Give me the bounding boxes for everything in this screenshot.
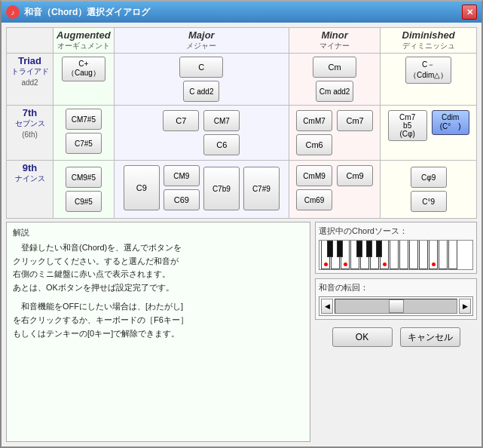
title-bar: ♪ 和音（Chord）選択ダイアログ ✕: [2, 2, 481, 23]
chord-btn-9th-major-c69[interactable]: C69: [164, 189, 200, 210]
chord-btn-7th-dim-cdim[interactable]: Cdim(C° ): [432, 110, 469, 135]
chord-btn-7th-aug-c7s5[interactable]: C7#5: [66, 133, 102, 154]
col-header-augmented: Augmented オーギュメント: [53, 28, 115, 54]
chord-btn-7th-dim-cm7b5[interactable]: Cm7b5(Cφ): [388, 110, 427, 141]
ok-button[interactable]: OK: [332, 327, 393, 347]
rotation-right-arrow[interactable]: ▶: [459, 299, 471, 314]
chord-btn-9th-minor-cm69[interactable]: Cm69: [296, 189, 332, 210]
bottom-section: 解説 登録したい和音(Chord)を、選んでボタンを クリックしてください。する…: [6, 222, 477, 442]
chord-btn-7th-major-c6[interactable]: C6: [203, 134, 240, 155]
piano-key-a2: [439, 241, 448, 269]
cell-triad-aug: C+（Caug）: [53, 54, 115, 106]
piano-key-b2: [448, 241, 457, 269]
dialog-buttons: OK キャンセル: [315, 327, 477, 347]
chord-btn-triad-dim[interactable]: C－（Cdim△）: [405, 57, 451, 84]
piano-key-e: [341, 241, 350, 269]
chord-table: Augmented オーギュメント Major メジャー Minor マイナー …: [6, 27, 477, 219]
cell-triad-minor: Cm Cm add2: [289, 54, 380, 106]
chord-btn-9th-minor-cm9[interactable]: Cm9: [337, 165, 373, 186]
chord-btn-triad-major-c[interactable]: C: [179, 57, 223, 78]
cell-7th-dim: Cm7b5(Cφ) Cdim(C° ): [381, 106, 477, 161]
cell-9th-minor: CmM9 Cm69 Cm9: [289, 161, 380, 219]
cell-9th-aug: CM9#5 C9#5: [53, 161, 115, 219]
chord-btn-7th-major-c7[interactable]: C7: [163, 110, 199, 131]
chord-btn-7th-minor-cm6[interactable]: Cm6: [296, 134, 332, 155]
cell-7th-aug: CM7#5 C7#5: [53, 106, 115, 161]
chord-btn-7th-minor-cmm7[interactable]: CmM7: [296, 110, 332, 131]
main-window: ♪ 和音（Chord）選択ダイアログ ✕ Augmented オーギュメント M…: [0, 0, 483, 448]
mini-piano: [319, 240, 473, 270]
chord-btn-7th-major-cm7[interactable]: CM7: [203, 110, 240, 131]
right-panel: 選択中のChordソース：: [315, 222, 477, 442]
chord-btn-triad-aug[interactable]: C+（Caug）: [62, 57, 105, 81]
col-header-diminished: Diminished ディミニッシュ: [381, 28, 477, 54]
piano-key-c2: [390, 241, 399, 269]
window-title: 和音（Chord）選択ダイアログ: [24, 6, 150, 19]
rotation-left-arrow[interactable]: ◀: [321, 299, 333, 314]
chord-btn-9th-dim-cdeg9[interactable]: C°9: [411, 191, 447, 212]
chord-btn-triad-minor-cm[interactable]: Cm: [313, 57, 356, 78]
piano-key-f2: [419, 241, 428, 269]
cancel-button[interactable]: キャンセル: [400, 327, 460, 347]
chord-btn-9th-major-c7b9[interactable]: C7b9: [203, 167, 240, 210]
col-header-major: Major メジャー: [114, 28, 289, 54]
chord-btn-9th-minor-cmm9[interactable]: CmM9: [296, 165, 332, 186]
chord-btn-7th-aug-cm7s5[interactable]: CM7#5: [66, 109, 102, 130]
chord-btn-7th-minor-cm7[interactable]: Cm7: [337, 110, 373, 131]
piano-key-e2: [409, 241, 418, 269]
piano-key-d2: [399, 241, 408, 269]
cell-9th-major: C9 CM9 C69 C7b9 C7#9: [114, 161, 289, 219]
rotation-track[interactable]: [335, 299, 457, 314]
description-box: 解説 登録したい和音(Chord)を、選んでボタンを クリックしてください。する…: [6, 222, 310, 442]
chord-btn-9th-major-cm9[interactable]: CM9: [164, 165, 200, 186]
rotation-thumb[interactable]: [389, 299, 404, 313]
row-label-7th: 7th セブンス (6th): [7, 106, 53, 161]
cell-7th-minor: CmM7 Cm6 Cm7: [289, 106, 380, 161]
cell-triad-major: C C add2: [114, 54, 289, 106]
cell-triad-dim: C－（Cdim△）: [381, 54, 477, 106]
chord-btn-9th-dim-cphi9[interactable]: Cφ9: [411, 167, 447, 188]
cell-9th-dim: Cφ9 C°9: [381, 161, 477, 219]
chord-btn-9th-aug-cm9s5[interactable]: CM9#5: [66, 167, 102, 188]
col-header-minor: Minor マイナー: [289, 28, 380, 54]
chord-btn-triad-minor-add2[interactable]: Cm add2: [316, 81, 354, 102]
piano-key-d: [331, 241, 340, 269]
piano-key-c: [321, 241, 330, 269]
cell-7th-major: C7 CM7 C6: [114, 106, 289, 161]
rotation-slider-container: ◀ ▶: [319, 296, 473, 316]
app-icon: ♪: [6, 5, 20, 19]
main-content: Augmented オーギュメント Major メジャー Minor マイナー …: [2, 23, 481, 446]
piano-key-f: [350, 241, 359, 269]
description-content: 登録したい和音(Chord)を、選んでボタンを クリックしてください。すると選ん…: [13, 241, 304, 340]
row-label-9th: 9th ナインス: [7, 161, 53, 219]
chord-btn-triad-major-add2[interactable]: C add2: [183, 81, 219, 102]
piano-key-g2: [429, 241, 438, 269]
row-label-triad: Triad トライアド add2: [7, 54, 53, 106]
rotation-box: 和音の転回： ◀ ▶: [315, 278, 477, 320]
piano-key-a: [370, 241, 379, 269]
piano-key-b: [380, 241, 389, 269]
close-button[interactable]: ✕: [462, 5, 477, 20]
chord-btn-9th-aug-c9s5[interactable]: C9#5: [66, 191, 102, 212]
chord-btn-9th-major-c9[interactable]: C9: [124, 165, 160, 210]
title-bar-left: ♪ 和音（Chord）選択ダイアログ: [6, 5, 150, 19]
chord-btn-9th-major-c7s9[interactable]: C7#9: [243, 167, 280, 210]
chord-source-box: 選択中のChordソース：: [315, 222, 477, 274]
piano-key-g: [360, 241, 369, 269]
